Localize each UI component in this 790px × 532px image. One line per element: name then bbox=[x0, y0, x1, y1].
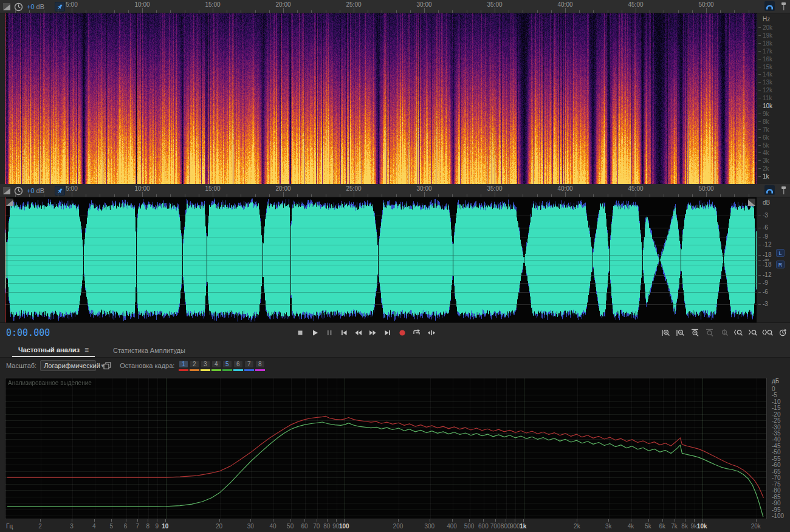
db-axis-label: -15 bbox=[772, 404, 780, 411]
zoom-in-point-button[interactable] bbox=[733, 326, 744, 339]
frequency-axis-label: 50 bbox=[287, 523, 294, 530]
ruler-time-label: 15:00 bbox=[205, 185, 220, 192]
hold-button-8[interactable]: 8 bbox=[255, 360, 265, 372]
ruler-tick bbox=[255, 10, 256, 13]
ruler-time-label: 30:00 bbox=[416, 185, 431, 192]
record-button[interactable] bbox=[396, 326, 408, 339]
hold-button-5[interactable]: 5 bbox=[222, 360, 232, 372]
timeline-ruler[interactable]: 5:0010:0015:0020:0025:0030:0035:0040:004… bbox=[5, 0, 757, 13]
envelope-handle-icon[interactable] bbox=[6, 199, 13, 206]
ruler-tick bbox=[495, 192, 495, 197]
ruler-tick bbox=[551, 10, 552, 13]
ruler-tick bbox=[44, 194, 44, 197]
zoom-out-full-button[interactable] bbox=[704, 326, 715, 339]
ruler-tick bbox=[199, 10, 199, 13]
ruler-tick bbox=[354, 8, 354, 13]
zoom-out-time-button[interactable] bbox=[675, 326, 686, 339]
fast-forward-button[interactable] bbox=[367, 326, 379, 339]
spectrogram-display[interactable] bbox=[5, 13, 757, 184]
zoom-out-point-button[interactable] bbox=[747, 326, 759, 339]
hold-button-4[interactable]: 4 bbox=[211, 360, 221, 372]
hold-button-1[interactable]: 1 bbox=[178, 360, 188, 372]
scale-dropdown[interactable]: Логарифмический ▼ bbox=[40, 360, 96, 371]
frequency-axis-tick bbox=[157, 519, 157, 522]
channel-right-badge[interactable]: R bbox=[776, 261, 785, 268]
ruler-tick bbox=[269, 10, 270, 13]
monitor-icon[interactable] bbox=[764, 1, 775, 11]
channel-left-badge[interactable]: L bbox=[776, 249, 785, 257]
ruler-tick bbox=[44, 10, 44, 13]
frequency-axis-label: 5k bbox=[645, 523, 651, 530]
freq-scale-tick bbox=[758, 82, 761, 83]
tab-frequency-analysis[interactable]: Частотный анализ ≡ bbox=[12, 343, 95, 357]
timeline-ruler[interactable]: 5:0010:0015:0020:0025:0030:0035:0040:004… bbox=[5, 184, 757, 197]
hold-color-swatch bbox=[255, 369, 265, 371]
ruler-tick bbox=[156, 194, 157, 197]
play-button[interactable] bbox=[309, 326, 320, 339]
zoom-in-time-button[interactable] bbox=[660, 326, 672, 339]
skip-playhead-button[interactable] bbox=[425, 326, 437, 339]
ruler-tick bbox=[100, 10, 100, 13]
tab-label: Статистика Амплитуды bbox=[113, 347, 185, 354]
loop-playback-button[interactable] bbox=[411, 326, 422, 339]
frequency-axis-label: 20 bbox=[216, 523, 222, 530]
frequency-axis-label: 6 bbox=[124, 523, 128, 530]
freq-scale-tick bbox=[758, 129, 761, 130]
zoom-in-full-button[interactable] bbox=[689, 326, 701, 339]
rewind-button[interactable] bbox=[352, 326, 364, 339]
zoom-selection-button[interactable] bbox=[718, 326, 730, 339]
ruler-time-label: 10:00 bbox=[134, 1, 149, 8]
time-display[interactable]: 0:00.000 bbox=[6, 327, 50, 338]
hold-button-2[interactable]: 2 bbox=[189, 360, 199, 372]
ruler-time-label: 35:00 bbox=[487, 1, 502, 8]
hold-color-swatch bbox=[201, 369, 210, 371]
db-scale-tick bbox=[758, 283, 761, 284]
stop-button[interactable] bbox=[294, 326, 306, 339]
ruler-tick bbox=[382, 10, 382, 13]
ruler-tick bbox=[678, 194, 679, 197]
zoom-toolbar bbox=[660, 326, 790, 339]
hold-color-swatch bbox=[244, 369, 254, 371]
tab-amplitude-statistics[interactable]: Статистика Амплитуды bbox=[107, 343, 191, 357]
copy-data-button[interactable] bbox=[103, 362, 111, 370]
hold-button-3[interactable]: 3 bbox=[200, 360, 210, 372]
panel-menu-icon[interactable]: ≡ bbox=[84, 346, 89, 354]
hold-button-7[interactable]: 7 bbox=[244, 360, 254, 372]
ruler-tick bbox=[340, 194, 340, 197]
monitor-icon[interactable] bbox=[764, 185, 775, 195]
waveform-ruler-row: +0 dB 5:0010:0015:0020:0025:0030:0035:00… bbox=[0, 184, 790, 197]
frequency-axis-tick bbox=[430, 519, 430, 522]
pause-button[interactable] bbox=[323, 326, 335, 339]
ruler-time-label: 30:00 bbox=[416, 1, 431, 8]
ruler-tick bbox=[706, 8, 707, 13]
ruler-tick bbox=[114, 194, 115, 197]
envelope-handle-icon[interactable] bbox=[748, 199, 755, 206]
freq-scale-tick bbox=[758, 98, 761, 98]
ruler-tick bbox=[72, 192, 72, 197]
ruler-tick bbox=[622, 194, 622, 197]
db-axis-label: -55 bbox=[772, 455, 780, 462]
frequency-axis-label: 9k bbox=[690, 523, 697, 530]
frequency-axis-label: 8k bbox=[681, 523, 688, 530]
scale-dropdown-value: Логарифмический bbox=[44, 362, 100, 369]
frequency-axis-label: 1k bbox=[520, 523, 526, 530]
ruler-tick bbox=[622, 10, 622, 13]
keyframe-pin-icon[interactable] bbox=[781, 186, 786, 195]
keyframe-pin-icon[interactable] bbox=[781, 2, 786, 11]
playhead[interactable] bbox=[5, 13, 5, 184]
skip-to-end-button[interactable] bbox=[382, 326, 393, 339]
frequency-axis-label: 7 bbox=[136, 523, 139, 530]
freq-scale-tick bbox=[758, 160, 761, 161]
ruler-tick bbox=[170, 194, 171, 197]
db-axis-label: -95 bbox=[772, 506, 780, 513]
skip-to-start-button[interactable] bbox=[338, 326, 349, 339]
db-axis-label: -20 bbox=[772, 411, 780, 418]
db-axis-label: 0 bbox=[772, 386, 775, 392]
zoom-to-selection-button[interactable] bbox=[762, 326, 774, 339]
db-scale-label: -9 bbox=[763, 233, 768, 240]
playhead[interactable] bbox=[5, 197, 5, 322]
waveform-display[interactable] bbox=[5, 197, 757, 322]
db-scale-tick bbox=[758, 304, 761, 305]
restore-last-zoom-button[interactable] bbox=[777, 326, 788, 339]
hold-button-6[interactable]: 6 bbox=[233, 360, 243, 372]
